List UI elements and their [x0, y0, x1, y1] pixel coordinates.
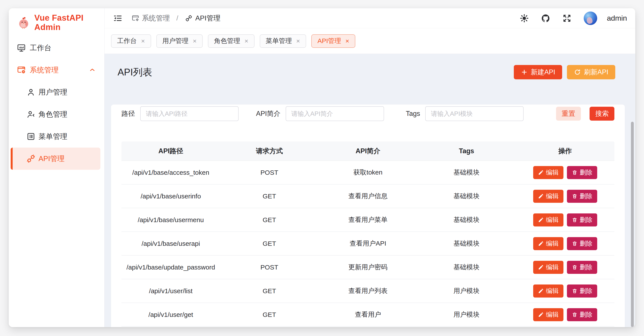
table-row: /api/v1/user/list GET 查看用户列表 用户模块 编辑 删除 — [122, 279, 614, 303]
delete-button[interactable]: 删除 — [567, 190, 597, 203]
tags-filter-input[interactable] — [425, 106, 524, 121]
edit-button[interactable]: 编辑 — [533, 285, 564, 298]
pencil-icon — [538, 241, 544, 246]
pencil-icon — [538, 288, 544, 294]
app-window: Vue FastAPI Admin 工作台 系统管理 — [9, 8, 635, 327]
vertical-scrollbar[interactable] — [631, 122, 634, 327]
sidebar-item-users[interactable]: 用户管理 — [9, 81, 104, 103]
system-settings-icon — [132, 14, 139, 22]
app-title: Vue FastAPI Admin — [34, 13, 104, 32]
sidebar-item-api[interactable]: API管理 — [11, 148, 100, 170]
method-cell: GET — [220, 287, 319, 295]
tab-label: 用户管理 — [162, 36, 188, 45]
github-icon[interactable] — [541, 14, 550, 23]
main-area: 系统管理 / API管理 — [104, 8, 635, 327]
api-list-card: 路径 API简介 Tags 重置 搜索 — [111, 105, 625, 327]
plus-icon — [521, 69, 528, 76]
tab-users[interactable]: 用户管理 × — [156, 34, 203, 48]
filter-actions: 重置 搜索 — [556, 107, 614, 121]
sidebar-item-roles[interactable]: 角色管理 — [9, 103, 104, 125]
tab-close-icon[interactable]: × — [296, 38, 300, 44]
tab-close-icon[interactable]: × — [141, 38, 145, 44]
edit-button[interactable]: 编辑 — [533, 166, 564, 179]
monitor-icon — [17, 43, 26, 52]
collapse-sidebar-icon[interactable] — [113, 14, 122, 23]
username: admin — [602, 14, 627, 22]
page-content: API列表 新建API 刷新API — [104, 54, 635, 327]
row-actions: 编辑 删除 — [516, 261, 614, 274]
tab-close-icon[interactable]: × — [244, 38, 248, 44]
new-api-button[interactable]: 新建API — [514, 65, 562, 79]
delete-button[interactable]: 删除 — [567, 166, 597, 179]
delete-button-label: 删除 — [580, 310, 592, 319]
logo: Vue FastAPI Admin — [18, 16, 104, 29]
delete-button[interactable]: 删除 — [567, 237, 597, 250]
tags-cell: 基础模块 — [417, 168, 516, 177]
edit-button[interactable]: 编辑 — [533, 190, 564, 203]
sidebar-item-label: 角色管理 — [38, 110, 67, 119]
search-button-label: 搜索 — [595, 109, 609, 118]
column-header: Tags — [417, 147, 516, 155]
brief-cell: 查看用户信息 — [319, 192, 417, 201]
logo-chick-icon — [18, 16, 30, 29]
trash-icon — [572, 193, 578, 199]
brief-filter-input[interactable] — [286, 106, 384, 121]
sidebar: Vue FastAPI Admin 工作台 系统管理 — [9, 8, 104, 327]
search-button[interactable]: 搜索 — [590, 107, 614, 121]
delete-button[interactable]: 删除 — [567, 285, 597, 298]
method-cell: GET — [220, 216, 319, 224]
tab-roles[interactable]: 角色管理 × — [208, 34, 254, 48]
edit-button[interactable]: 编辑 — [533, 237, 564, 250]
api-path-cell: /api/v1/base/userapi — [122, 240, 220, 247]
tab-bar: 工作台 × 用户管理 × 角色管理 × 菜单管理 × API管理 × — [104, 28, 635, 54]
column-header: 操作 — [516, 147, 614, 156]
chevron-up-icon — [88, 66, 96, 74]
sidebar-item-menus[interactable]: 菜单管理 — [9, 125, 104, 148]
table-header-row: API路径 请求方式 API简介 Tags 操作 — [122, 142, 614, 161]
edit-button[interactable]: 编辑 — [533, 261, 564, 274]
tab-close-icon[interactable]: × — [345, 38, 349, 44]
avatar[interactable] — [584, 11, 597, 25]
method-cell: GET — [220, 240, 319, 247]
tags-cell: 用户模块 — [417, 286, 516, 295]
column-header: API简介 — [319, 147, 417, 156]
brief-cell: 查看用户菜单 — [319, 215, 417, 224]
pencil-icon — [538, 193, 544, 199]
filter-bar: 路径 API简介 Tags 重置 搜索 — [122, 106, 614, 121]
pencil-icon — [538, 264, 544, 270]
tab-label: 菜单管理 — [266, 36, 292, 45]
api-path-cell: /api/v1/user/get — [122, 311, 220, 318]
tab-menus[interactable]: 菜单管理 × — [260, 34, 306, 48]
menu-list-icon — [26, 132, 36, 141]
sidebar-submenu: 用户管理 角色管理 菜单管理 — [9, 81, 104, 170]
method-cell: GET — [220, 192, 319, 200]
theme-sun-icon[interactable] — [520, 14, 529, 23]
breadcrumb-current[interactable]: API管理 — [185, 13, 220, 23]
tab-label: 角色管理 — [214, 36, 240, 45]
refresh-api-button[interactable]: 刷新API — [567, 65, 615, 79]
edit-button[interactable]: 编辑 — [533, 308, 564, 321]
pencil-icon — [538, 217, 544, 223]
breadcrumb-parent[interactable]: 系统管理 — [132, 13, 170, 23]
user-icon — [26, 88, 36, 97]
delete-button[interactable]: 删除 — [567, 308, 597, 321]
path-filter-input[interactable] — [140, 106, 238, 121]
trash-icon — [572, 217, 578, 223]
fullscreen-icon[interactable] — [562, 14, 572, 23]
column-header: API路径 — [122, 147, 220, 156]
tab-workbench[interactable]: 工作台 × — [111, 34, 151, 48]
sidebar-item-workbench[interactable]: 工作台 — [9, 37, 104, 59]
sidebar-item-system[interactable]: 系统管理 — [9, 59, 104, 81]
delete-button[interactable]: 删除 — [567, 213, 597, 226]
delete-button-label: 删除 — [580, 192, 592, 201]
reset-button[interactable]: 重置 — [556, 107, 581, 121]
delete-button[interactable]: 删除 — [567, 261, 597, 274]
header-actions: admin — [520, 11, 627, 25]
sidebar-item-label: 工作台 — [30, 43, 52, 53]
path-filter-label: 路径 — [122, 109, 135, 118]
tab-close-icon[interactable]: × — [193, 38, 197, 44]
tab-api[interactable]: API管理 × — [311, 34, 355, 48]
breadcrumb-separator: / — [176, 14, 178, 22]
row-actions: 编辑 删除 — [516, 237, 614, 250]
edit-button[interactable]: 编辑 — [533, 213, 564, 226]
